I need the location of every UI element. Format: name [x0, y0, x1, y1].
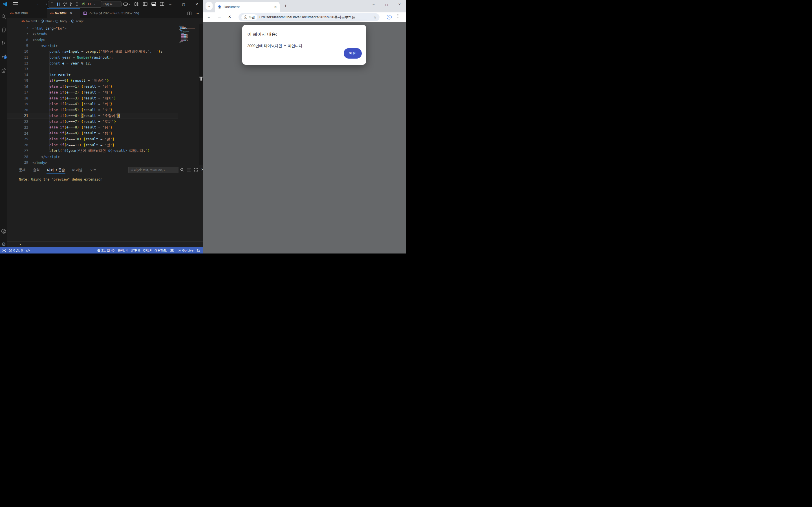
tab-close-icon[interactable]: ✕ — [274, 5, 277, 9]
maximize-panel-icon[interactable] — [194, 168, 198, 173]
console-input-row[interactable]: > — [7, 241, 203, 247]
vscode-minimize-button[interactable]: – — [166, 0, 174, 8]
drag-grip-icon[interactable] — [50, 2, 55, 7]
code-line-19[interactable]: 19 else if(e===4) {result = '쥐'} — [7, 101, 177, 107]
code-line-14[interactable]: 14 let result — [7, 72, 177, 78]
code-line-15[interactable]: 15 if(e===0) {result = '원숭이'} — [7, 78, 177, 83]
code-line-28[interactable]: 28 </script> — [7, 154, 177, 160]
code-line-8[interactable]: 8<body> — [7, 37, 177, 43]
account-icon[interactable] — [0, 227, 7, 235]
panel-tab-terminal[interactable]: 터미널 — [72, 165, 82, 175]
code-line-12[interactable]: 12 const e = year % 12; — [7, 60, 177, 66]
stop-loading-button[interactable]: ✕ — [228, 15, 231, 19]
page-info-icon[interactable]: i — [244, 15, 247, 19]
code-line-18[interactable]: 18 else if(e===3) {result = '돼지'} — [7, 96, 177, 101]
toggle-secondary-sidebar-icon[interactable] — [160, 2, 164, 7]
debug-dropdown-chevron-icon[interactable]: ⌄ — [93, 2, 96, 7]
panel-tab-output[interactable]: 출력 — [33, 165, 40, 175]
code-line-9[interactable]: 9 <script> — [7, 43, 177, 49]
remote-indicator-icon[interactable] — [2, 249, 6, 252]
code-line-16[interactable]: 16 else if(e===1) {result = '닭'} — [7, 83, 177, 90]
toggle-panel-icon[interactable] — [151, 2, 156, 7]
back-button[interactable]: ← — [207, 15, 211, 19]
eol-sequence[interactable]: CRLF — [143, 249, 151, 252]
sidebar-item-search[interactable] — [0, 12, 7, 20]
code-line-11[interactable]: 11 const year = Number(rawInput); — [7, 54, 177, 60]
code-line-2[interactable]: 2<html lang="ko"> — [7, 25, 177, 31]
code-line-17[interactable]: 17 else if(e===2) {result = '개'} — [7, 90, 177, 96]
console-filter-input[interactable]: 필터(예: text, !exclude, \... — [128, 167, 179, 173]
url-text[interactable]: C:/Users/leehm/OneDrive/Documents/2025%2… — [259, 15, 371, 20]
customize-layout-icon[interactable] — [135, 2, 139, 7]
code-line-26[interactable]: 26 else if(e===11) {result = '양'} — [7, 142, 177, 148]
restart-button[interactable]: ↺ — [81, 2, 86, 7]
address-bar[interactable]: i 파일 C:/Users/leehm/OneDrive/Documents/2… — [239, 13, 379, 21]
overview-ruler[interactable] — [199, 24, 203, 165]
tab-test-html[interactable]: <> test.html — [7, 8, 47, 18]
vscode-close-button[interactable]: ✕ — [193, 0, 201, 8]
tab-hw-html[interactable]: <> hw.html ✕ — [47, 8, 80, 18]
cursor-position[interactable]: 줄 21, 열 40 — [97, 248, 114, 252]
step-into-button[interactable] — [68, 2, 73, 7]
code-line-13[interactable]: 13 — [7, 66, 177, 72]
code-line-10[interactable]: 10 const rawInput = prompt('태어난 해를 입력해주세… — [7, 49, 177, 55]
breadcrumb-file[interactable]: hw.html — [26, 19, 37, 23]
code-line-20[interactable]: 20 else if(e===5) {result = '소'} — [7, 107, 177, 113]
notifications-bell-icon[interactable] — [197, 249, 200, 252]
indentation[interactable]: 공백: 4 — [117, 248, 128, 252]
browser-maximize-button[interactable]: ▢ — [382, 0, 391, 9]
debug-status-icon[interactable] — [26, 249, 30, 252]
browser-menu-icon[interactable] — [398, 14, 398, 18]
copilot-icon[interactable] — [123, 2, 128, 7]
new-tab-button[interactable]: + — [284, 3, 287, 8]
problems-status[interactable]: 0 0 — [9, 249, 23, 252]
command-center[interactable]: 크립트 — [101, 1, 121, 7]
tab-close-icon[interactable]: ✕ — [70, 11, 72, 15]
code-line-21[interactable]: 21 else if(e===6) {result = '호랑이'} — [7, 113, 177, 119]
nav-back-icon[interactable]: ← — [37, 1, 41, 6]
sidebar-item-explorer[interactable] — [0, 25, 7, 34]
search-icon[interactable] — [180, 168, 184, 173]
copilot-status-icon[interactable] — [170, 249, 174, 252]
tab-search-button[interactable]: ⌄ — [206, 2, 213, 10]
sidebar-item-run-debug[interactable]: 1 — [0, 52, 7, 61]
nav-forward-icon[interactable]: → — [44, 1, 48, 6]
bookmark-star-icon[interactable]: ☆ — [373, 15, 377, 19]
tab-screenshot-png[interactable]: 스크린샷 2025-07-05 212957.png — [80, 8, 162, 18]
copilot-chevron-icon[interactable]: ⌄ — [129, 3, 131, 5]
code-line-27[interactable]: 27 alert(`${year}년에 태어났다면 ${result} 띠입니다… — [7, 148, 177, 154]
encoding[interactable]: UTF-8 — [131, 249, 140, 252]
sidebar-item-source-control[interactable] — [0, 39, 7, 47]
breadcrumb-body[interactable]: body — [60, 19, 67, 23]
code-line-22[interactable]: 22 else if(e===7) {result = '토끼'} — [7, 119, 177, 125]
minimap[interactable] — [179, 25, 199, 43]
forward-button[interactable]: → — [217, 15, 221, 19]
panel-tab-problems[interactable]: 문제 — [19, 165, 26, 175]
pause-button[interactable] — [56, 2, 61, 7]
go-live-button[interactable]: Go Live — [177, 249, 193, 252]
sidebar-item-extensions[interactable] — [0, 66, 7, 74]
language-mode[interactable]: {} HTML — [154, 249, 167, 252]
code-line-24[interactable]: 24 else if(e===9) {result = '뱀'} — [7, 130, 177, 136]
dialog-ok-button[interactable]: 확인 — [344, 48, 362, 59]
code-line-29[interactable]: 29</body> — [7, 160, 177, 165]
split-editor-icon[interactable] — [188, 11, 192, 15]
stop-button[interactable] — [87, 2, 92, 7]
panel-tab-debug-console[interactable]: 디버그 콘솔 — [47, 165, 65, 175]
browser-minimize-button[interactable]: – — [369, 0, 378, 9]
step-out-button[interactable] — [74, 2, 80, 7]
collapse-lines-icon[interactable] — [187, 168, 191, 173]
menu-hamburger-icon[interactable] — [13, 2, 18, 6]
step-over-button[interactable] — [62, 2, 67, 7]
panel-tab-ports[interactable]: 포트 — [90, 165, 96, 175]
breadcrumb-script[interactable]: script — [76, 19, 84, 23]
vscode-maximize-button[interactable]: ▢ — [179, 0, 188, 8]
profile-avatar-icon[interactable] — [387, 15, 392, 19]
toggle-primary-sidebar-icon[interactable] — [143, 2, 147, 7]
browser-tab-document[interactable]: Document ✕ — [215, 2, 280, 12]
code-line-25[interactable]: 25 else if(e===10) {result = '말'} — [7, 136, 177, 142]
breadcrumb-html[interactable]: html — [45, 19, 52, 23]
more-actions-icon[interactable]: ⋯ — [195, 11, 200, 15]
code-editor[interactable]: 2<html lang="ko">7</head>8<body>9 <scrip… — [7, 24, 203, 165]
code-line-23[interactable]: 23 else if(e===8) {result = '용'} — [7, 124, 177, 130]
